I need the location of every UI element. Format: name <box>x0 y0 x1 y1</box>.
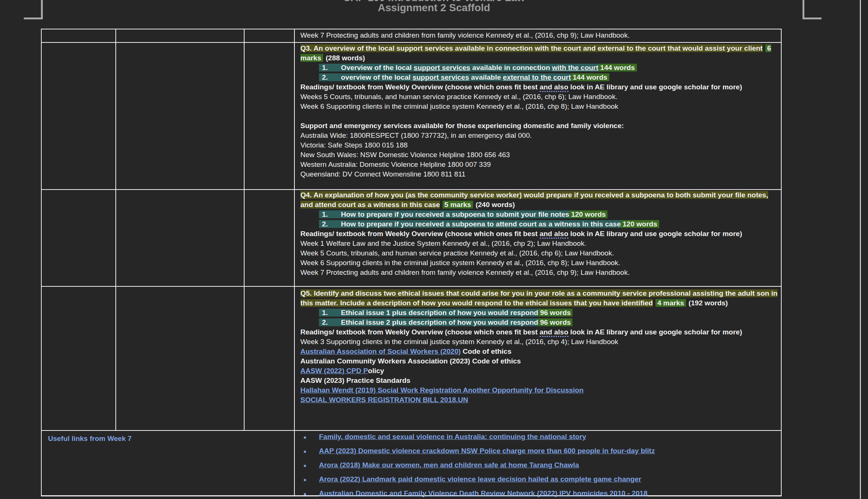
readings-note-post: look in AE library and use google schola… <box>568 328 742 336</box>
spellcheck-underline: and also <box>540 328 568 337</box>
q5-item-1-seg: Ethical issue 1 plus description of how … <box>341 309 538 317</box>
bullet-icon: ● <box>303 475 319 484</box>
readings-note-post: look in AE library and use google schola… <box>568 230 742 238</box>
q5-word-count: (192 words) <box>689 299 728 307</box>
q5-resource-line: Hallahan Wendt (2019) Social Work Regist… <box>300 385 781 395</box>
q5-resource-rest: Code of ethics <box>461 347 511 355</box>
q3-item-1-seg-b: available in connection <box>470 64 552 71</box>
q5-item-2-words: 96 words <box>538 318 572 326</box>
q5-resource-line: AASW (2023) Practice Standards <box>300 376 781 385</box>
q3-word-count: (288 words) <box>326 54 365 62</box>
q5-cell: Q5. Identify and discuss two ethical iss… <box>300 289 781 405</box>
q4-question-text: Q4. An explanation of how you (as the co… <box>300 191 768 209</box>
q4-readings-note: Readings/ textbook from Weekly Overview … <box>300 229 781 239</box>
q3-item-2: 2.overview of the local support services… <box>319 73 781 82</box>
q3-item-2-words: 144 words <box>571 73 609 81</box>
q3-support-line: New South Wales: NSW Domestic Violence H… <box>300 150 781 160</box>
list-item: ●Family, domestic and sexual violence in… <box>303 432 780 442</box>
week7-reading-text: Week 7 Protecting adults and children fr… <box>300 31 781 40</box>
hallahan-wendt-link[interactable]: Hallahan Wendt (2019) Social Work Regist… <box>300 386 584 394</box>
table-border-top <box>41 29 782 29</box>
q3-support-line: Western Australia: Domestic Violence Hel… <box>300 160 781 169</box>
q4-item-1: 1.How to prepare if you received a subpo… <box>319 210 781 219</box>
q3-item-2-underline-2: external to the court <box>503 73 571 81</box>
table-col-border-1 <box>115 29 116 431</box>
useful-link-2[interactable]: AAP (2023) Domestic violence crackdown N… <box>319 447 655 455</box>
q4-week-line: Week 5 Courts, tribunals, and human serv… <box>300 248 781 258</box>
q4-item-1-words: 120 words <box>569 210 607 218</box>
q5-resource-line: SOCIAL WORKERS REGISTRATION BILL 2018.UN <box>300 395 781 405</box>
table-border-left <box>41 29 42 496</box>
list-number: 2. <box>322 73 341 82</box>
q3-week-line: Weeks 5 Courts, tribunals, and human ser… <box>300 92 781 102</box>
table-row-border-4 <box>41 430 782 431</box>
q3-item-1: 1.Overview of the local support services… <box>319 63 781 73</box>
useful-link-3[interactable]: Arora (2018) Make our women, men and chi… <box>319 461 579 469</box>
useful-link-5[interactable]: Australian Domestic and Family Violence … <box>319 489 647 497</box>
q5-item-2-seg: Ethical issue 2 plus description of how … <box>341 318 538 326</box>
q3-item-1-text: 1.Overview of the local support services… <box>319 64 599 71</box>
list-number: 1. <box>322 210 341 219</box>
q4-item-2-words: 120 words <box>621 220 659 228</box>
q5-resource-line: Australian Association of Social Workers… <box>300 347 781 356</box>
q3-cell: Q3. An overview of the local support ser… <box>300 44 781 179</box>
bullet-icon: ● <box>303 446 319 456</box>
list-item: ●AAP (2023) Domestic violence crackdown … <box>303 446 780 456</box>
q4-item-2-seg: How to prepare if you received a subpoen… <box>341 220 621 228</box>
list-item: ●Arora (2022) Landmark paid domestic vio… <box>303 474 780 484</box>
q3-heading: Q3. An overview of the local support ser… <box>300 44 781 63</box>
q3-item-2-seg-b: available <box>469 73 503 81</box>
q5-item-1-text: 1.Ethical issue 1 plus description of ho… <box>319 309 538 317</box>
q3-support-line: Australia Wide: 1800RESPECT (1800 737732… <box>300 131 781 140</box>
q4-word-count: (240 words) <box>476 201 515 209</box>
registration-bill-link[interactable]: SOCIAL WORKERS REGISTRATION BILL 2018.UN <box>300 396 468 404</box>
q3-support-line: Queensland: DV Connect Womensline 1800 8… <box>300 169 781 179</box>
list-number: 2. <box>322 219 341 229</box>
spellcheck-underline: and also <box>540 83 568 92</box>
q5-heading: Q5. Identify and discuss two ethical iss… <box>300 289 781 308</box>
q4-item-2: 2.How to prepare if you received a subpo… <box>319 219 781 229</box>
q3-item-1-seg-a: Overview of the local <box>341 64 414 71</box>
q5-resource-line: AASW (2022) CPD Policy <box>300 366 781 376</box>
assignment-subtitle: Assignment 2 Scaffold <box>0 2 868 13</box>
q4-item-1-seg: How to prepare if you received a subpoen… <box>341 210 569 218</box>
list-item: ●Arora (2018) Make our women, men and ch… <box>303 460 780 470</box>
q3-item-2-text: 2.overview of the local support services… <box>319 73 571 81</box>
bullet-icon: ● <box>303 432 319 442</box>
q3-question-text: Q3. An overview of the local support ser… <box>300 44 763 52</box>
page-edge-line <box>860 0 861 499</box>
week7-reading-cell: Week 7 Protecting adults and children fr… <box>300 31 781 40</box>
q3-readings-note: Readings/ textbook from Weekly Overview … <box>300 82 781 92</box>
table-row-border-2 <box>41 189 782 190</box>
useful-link-4[interactable]: Arora (2022) Landmark paid domestic viol… <box>319 475 641 483</box>
q3-item-2-seg-a: overview of the local <box>341 73 412 81</box>
table-col-border-2 <box>244 29 245 431</box>
q3-item-1-underline-2: with the court <box>552 64 599 71</box>
q3-support-line: Victoria: Safe Steps 1800 015 188 <box>300 140 781 150</box>
table-row-border-3 <box>41 286 782 287</box>
q4-item-1-text: 1.How to prepare if you received a subpo… <box>319 210 569 218</box>
document-page: CAP 100 Introduction to Welfare Law Assi… <box>0 0 868 499</box>
readings-note-pre: Readings/ textbook from Weekly Overview … <box>300 83 540 91</box>
q4-week-line: Week 1 Welfare Law and the Justice Syste… <box>300 239 781 248</box>
list-number: 2. <box>322 318 341 327</box>
q4-cell: Q4. An explanation of how you (as the co… <box>300 190 781 277</box>
useful-links-cell: ●Family, domestic and sexual violence in… <box>303 432 780 499</box>
q3-item-1-words: 144 words <box>599 64 637 71</box>
aasw-cpd-policy-link[interactable]: AASW (2022) CPD P <box>300 367 368 375</box>
q5-resource-rest: olicy <box>368 367 384 375</box>
q5-item-1: 1.Ethical issue 1 plus description of ho… <box>319 308 781 318</box>
aasw-code-of-ethics-link[interactable]: Australian Association of Social Workers… <box>300 347 461 355</box>
bullet-icon: ● <box>303 461 319 470</box>
q3-item-2-underline-1: support services <box>412 73 469 81</box>
q3-week-line: Week 6 Supporting clients in the crimina… <box>300 102 781 111</box>
useful-link-1[interactable]: Family, domestic and sexual violence in … <box>319 433 586 441</box>
q4-heading: Q4. An explanation of how you (as the co… <box>300 190 781 210</box>
spellcheck-underline: and also <box>540 230 568 239</box>
q5-item-2-text: 2.Ethical issue 2 plus description of ho… <box>319 318 538 326</box>
q5-item-2: 2.Ethical issue 2 plus description of ho… <box>319 318 781 327</box>
bullet-icon: ● <box>303 489 319 499</box>
q3-item-1-underline-1: support services <box>414 64 470 71</box>
table-row-border-1 <box>41 42 782 43</box>
q4-marks-badge: 5 marks <box>443 201 473 209</box>
